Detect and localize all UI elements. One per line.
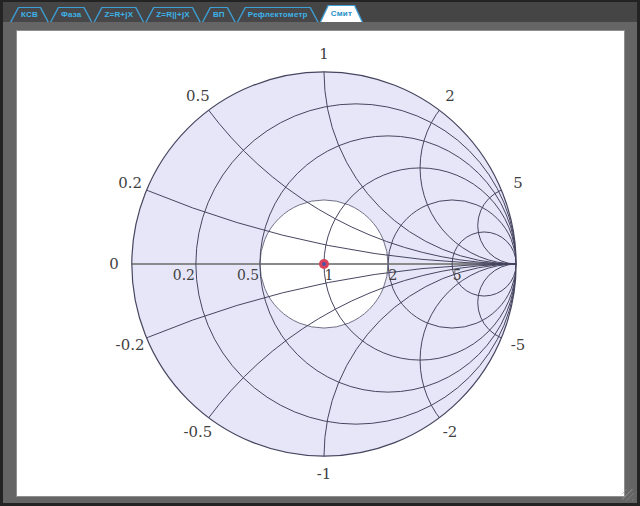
tab-label: КСВ [10, 7, 49, 22]
perimeter-label-5: 5 [513, 174, 523, 192]
perimeter-label--2: -2 [443, 423, 458, 441]
resize-grip-icon[interactable] [622, 489, 634, 501]
axis-label-0.2: 0.2 [173, 267, 195, 283]
tab-label: Рефлектометр [237, 7, 319, 22]
tab-ksv[interactable]: КСВ [10, 7, 49, 22]
app-window: КСВФазаZ=R+jXZ=R||+jXВПРефлектометрСмит … [0, 0, 640, 506]
tab-z-parallel[interactable]: Z=R||+jX [145, 7, 201, 22]
tab-bar: КСВФазаZ=R+jXZ=R||+jXВПРефлектометрСмит [3, 2, 637, 22]
perimeter-label-0.2: 0.2 [118, 174, 142, 192]
perimeter-label--5: -5 [511, 336, 526, 354]
tab-smit[interactable]: Смит [320, 5, 363, 22]
axis-label-5: 5 [453, 267, 462, 283]
tab-label: Z=R+jX [93, 7, 144, 22]
perimeter-label--0.2: -0.2 [116, 336, 145, 354]
tab-faza[interactable]: Фаза [50, 7, 93, 22]
smith-chart: 10.50.20-0.2-0.5-1-2-5520.20.5125 [17, 31, 624, 496]
tab-label: Z=R||+jX [145, 7, 201, 22]
perimeter-label-0.5: 0.5 [186, 87, 210, 105]
axis-label-2: 2 [389, 267, 398, 283]
tab-vp[interactable]: ВП [202, 7, 236, 22]
axis-label-1: 1 [325, 267, 334, 283]
tab-label: Фаза [50, 7, 93, 22]
perimeter-label-1: 1 [319, 45, 329, 63]
perimeter-label-0: 0 [109, 255, 119, 273]
marker-dot-center [322, 262, 326, 266]
tab-reflektometr[interactable]: Рефлектометр [237, 7, 319, 22]
chart-panel: 10.50.20-0.2-0.5-1-2-5520.20.5125 [16, 30, 625, 497]
perimeter-label--1: -1 [317, 465, 332, 483]
axis-label-0.5: 0.5 [237, 267, 259, 283]
tab-label: ВП [202, 7, 236, 22]
perimeter-label-2: 2 [445, 87, 455, 105]
tab-label: Смит [320, 5, 363, 22]
tab-z-series[interactable]: Z=R+jX [93, 7, 144, 22]
perimeter-label--0.5: -0.5 [184, 423, 213, 441]
